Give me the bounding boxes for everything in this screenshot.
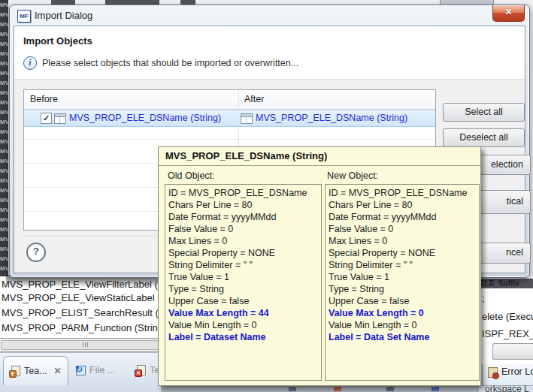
property-line: Upper Case = false [168,295,318,307]
property-line: True Value = 1 [168,271,318,283]
cancel-button-partial[interactable]: ncel [480,243,531,264]
property-line: Upper Case = false [329,295,476,307]
table-object-icon [54,113,66,124]
table-row[interactable]: ✓ MVS_PROP_ELE_DSName (String) MVS_PROP_… [24,110,435,127]
after-cell: MVS_PROP_ELE_DSName (String) [256,113,407,123]
tooltip-title: MVS_PROP_ELE_DSName (String) [165,150,327,161]
property-line: Value Min Length = 0 [329,319,476,331]
property-line: String Delimiter = " " [329,259,476,271]
selected-item-fragment: ELE_Suffix [480,279,533,288]
workspace-text-fragment: orkspace L [485,384,529,392]
help-button[interactable]: ? [26,243,46,262]
tab-file[interactable]: ↻ File ... [72,362,118,378]
property-line: Value Min Length = 0 [168,319,318,331]
object-compare-tooltip: MVS_PROP_ELE_DSName (String) Old Object:… [158,146,481,386]
column-header-before[interactable]: Before [30,94,58,104]
property-line-changed: Label = Dataset Name [168,331,318,343]
property-line: ID = MVS_PROP_ELE_DSName [329,187,476,199]
background-clipped-text-column: MV MV MV MV MV MV MV MV MV MV MV MV MV M… [0,0,8,279]
tooltip-divider [159,165,480,166]
file-sync-icon: ↻ [75,365,86,375]
text-fragment: ISPF_REX_C [482,328,533,339]
property-line-changed: Value Max Length = 44 [168,307,318,319]
select-all-button[interactable]: Select all [443,103,525,122]
background-toolbar-fragment [161,386,479,392]
app-icon: MF [17,10,31,23]
tab-label: Error Lo [501,366,533,377]
property-line: True Value = 1 [329,271,476,283]
property-line: Type = String [168,283,318,295]
screenshot-root: MV MV MV MV MV MV MV MV MV MV MV MV MV M… [0,0,533,392]
info-message: Please select objects that should be imp… [42,58,298,68]
property-line: False Value = 0 [329,223,476,235]
window-title: Import Dialog [35,10,92,21]
background-right-window: ELE_Suffix ; elete (Execu ISPF_REX_C [479,276,533,364]
property-line: ID = MVS_PROP_ELE_DSName [168,187,318,199]
property-line-changed: Label = Data Set Name [329,331,476,343]
info-icon: i [23,56,37,70]
table-header-row: Before After [24,90,435,110]
team-view-icon: E [10,366,20,376]
background-button-fragment [492,343,533,360]
identical-button-partial[interactable]: tical [480,190,531,214]
deselect-all-button[interactable]: Deselect all [443,128,525,147]
old-object-label: Old Object: [168,170,215,181]
row-checkbox[interactable]: ✓ [41,113,52,124]
property-line: Special Property = NONE [168,247,318,259]
scrollbar-grip-icon [83,342,88,347]
tab-label: File ... [89,365,115,375]
tab-team[interactable]: E Tea... ✕ [3,356,68,385]
property-line: Max Lines = 0 [329,235,476,247]
property-line: Special Property = NONE [329,247,476,259]
scrollbar-thumb[interactable] [1,340,174,350]
text-fragment: ; [482,293,485,304]
title-bar[interactable]: MF Import Dialog ✕ [10,5,529,26]
new-object-label: New Object: [327,170,378,181]
close-button[interactable]: ✕ [492,5,525,22]
dialog-header: Import Objects i Please select objects t… [14,26,525,80]
text-fragment: elete (Execu [482,311,533,322]
property-line: Type = String [329,283,476,295]
error-log-icon [487,366,498,377]
close-icon: ✕ [504,7,512,17]
new-object-box: ID = MVS_PROP_ELE_DSName Chars Per Line … [325,184,480,381]
property-line: String Delimiter = " " [168,259,318,271]
row-separator [24,139,435,140]
old-object-box: ID = MVS_PROP_ELE_DSName Chars Per Line … [165,184,322,381]
property-line: Date Format = yyyyMMdd [168,211,318,223]
property-line: False Value = 0 [168,223,318,235]
property-line-changed: Value Max Length = 0 [329,307,476,319]
property-line: Date Format = yyyyMMdd [329,211,476,223]
before-cell: MVS_PROP_ELE_DSName (String) [69,113,221,123]
property-line: Chars Per Line = 80 [168,199,318,211]
team-error-icon: ✕ [135,365,146,375]
tab-close-icon[interactable]: ✕ [54,366,62,376]
table-object-icon [241,113,253,124]
tab-label: Tea... [24,366,47,376]
property-line: Max Lines = 0 [168,235,318,247]
property-line: Chars Per Line = 80 [329,199,476,211]
selection-button-partial[interactable]: election [480,155,531,175]
page-title: Import Objects [23,35,92,47]
column-header-after[interactable]: After [244,94,264,104]
